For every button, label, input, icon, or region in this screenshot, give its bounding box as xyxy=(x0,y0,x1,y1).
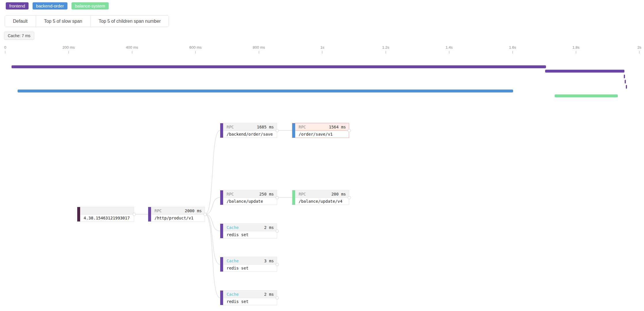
edge-product-to-cache-3 xyxy=(205,214,220,298)
node-kind-label: RPC xyxy=(155,208,162,213)
node-duration: 1564 ms xyxy=(329,125,346,129)
span-node-order-save-v1[interactable]: RPC1564 ms/order/save/v1 xyxy=(292,123,349,138)
node-kind-label: RPC xyxy=(227,125,234,129)
node-duration: 2000 ms xyxy=(185,208,202,213)
node-title: redis set xyxy=(227,266,248,270)
node-service-color-bar xyxy=(292,190,295,205)
node-title: /order/save/v1 xyxy=(299,132,333,136)
span-node-cache-3[interactable]: Cache2 msredis set xyxy=(220,290,277,305)
node-duration: 200 ms xyxy=(331,192,346,196)
connector-dot xyxy=(204,213,207,216)
connector-dot xyxy=(276,263,279,266)
node-duration: 2 ms xyxy=(264,292,274,297)
node-duration: 250 ms xyxy=(259,192,274,196)
node-title: redis set xyxy=(227,299,248,304)
connector-dot xyxy=(133,213,136,216)
node-kind-label: RPC xyxy=(299,192,306,196)
node-kind-label: Cache xyxy=(227,259,239,263)
node-kind-label: RPC xyxy=(227,192,234,196)
edge-product-to-cache-1 xyxy=(205,214,220,231)
node-service-color-bar xyxy=(148,207,151,221)
node-kind-label: RPC xyxy=(299,125,306,129)
connector-dot xyxy=(276,296,279,299)
node-service-color-bar xyxy=(220,224,223,238)
span-node-balance-update-v4[interactable]: RPC200 ms/balance/update/v4 xyxy=(292,190,349,205)
node-title: /http/product/v1 xyxy=(155,216,193,220)
node-duration: 2 ms xyxy=(264,225,274,230)
node-service-color-bar xyxy=(220,190,223,205)
edge-product-to-order-save xyxy=(205,130,220,214)
trace-graph-edges xyxy=(0,0,644,311)
connector-dot xyxy=(276,129,279,132)
trace-root-node[interactable]: 4.38.15463121993017 xyxy=(77,207,134,222)
span-node-product[interactable]: RPC2000 ms/http/product/v1 xyxy=(148,207,205,222)
node-title: /backend/order/save xyxy=(227,132,273,136)
span-node-cache-1[interactable]: Cache2 msredis set xyxy=(220,223,277,238)
node-kind-label: Cache xyxy=(227,225,239,230)
node-duration: 3 ms xyxy=(264,259,274,263)
connector-dot xyxy=(276,196,279,199)
node-service-color-bar xyxy=(292,123,295,138)
node-service-color-bar xyxy=(77,207,80,221)
span-node-cache-2[interactable]: Cache3 msredis set xyxy=(220,257,277,272)
connector-dot xyxy=(348,196,351,199)
node-service-color-bar xyxy=(220,123,223,138)
node-service-color-bar xyxy=(220,257,223,272)
node-title: 4.38.15463121993017 xyxy=(84,216,130,220)
node-kind-label: Cache xyxy=(227,292,239,297)
node-title: redis set xyxy=(227,232,248,237)
connector-dot xyxy=(276,230,279,233)
edge-product-to-balance-update xyxy=(205,198,220,214)
node-title: /balance/update xyxy=(227,199,263,204)
node-title: /balance/update/v4 xyxy=(299,199,342,204)
connector-dot xyxy=(348,129,351,132)
node-service-color-bar xyxy=(220,291,223,305)
span-node-order-save[interactable]: RPC1685 ms/backend/order/save xyxy=(220,123,277,138)
span-node-balance-update[interactable]: RPC250 ms/balance/update xyxy=(220,190,277,205)
node-duration: 1685 ms xyxy=(257,125,274,129)
